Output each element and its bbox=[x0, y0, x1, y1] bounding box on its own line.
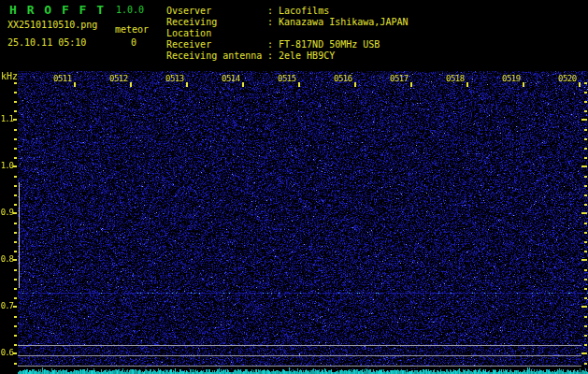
y-minor-tick-right bbox=[584, 204, 587, 206]
y-major-tick-right bbox=[581, 165, 587, 167]
info-value: Lacofilms bbox=[279, 6, 329, 17]
app-title: H R O F F T bbox=[9, 3, 106, 17]
y-major-tick-right bbox=[581, 306, 587, 308]
observer-info-row: Ovserver:Lacofilms bbox=[166, 6, 408, 17]
y-minor-tick-right bbox=[584, 269, 587, 271]
info-value: FT-817ND 50MHz USB bbox=[279, 39, 380, 50]
y-minor-tick-left bbox=[14, 82, 17, 84]
y-minor-tick-right bbox=[584, 110, 587, 112]
y-minor-tick-right bbox=[584, 176, 587, 178]
observer-info-row: Receiver:FT-817ND 50MHz USB bbox=[166, 39, 408, 50]
y-minor-tick-left bbox=[14, 157, 17, 159]
y-minor-tick-right bbox=[584, 344, 587, 346]
y-major-tick-left bbox=[13, 259, 17, 261]
y-minor-tick-left bbox=[14, 110, 17, 112]
observer-info-table: Ovserver:LacofilmsReceiving Location:Kan… bbox=[166, 6, 408, 62]
x-tick-label: 0520 bbox=[558, 74, 577, 83]
observer-info-row: Receiving antenna:2ele HB9CY bbox=[166, 50, 408, 62]
y-minor-tick-right bbox=[584, 101, 587, 103]
y-minor-tick-right bbox=[584, 363, 587, 365]
app-version: 1.0.0 bbox=[116, 5, 144, 15]
hrofft-window: H R O F F T 1.0.0 XX2510110510.png meteo… bbox=[0, 0, 588, 374]
y-minor-tick-right bbox=[584, 157, 587, 159]
y-minor-tick-right bbox=[584, 82, 587, 84]
y-tick-label: 1.1 bbox=[0, 115, 13, 123]
y-minor-tick-left bbox=[14, 129, 17, 131]
y-minor-tick-left bbox=[14, 279, 17, 280]
x-tick bbox=[130, 82, 132, 87]
y-minor-tick-right bbox=[584, 279, 587, 280]
x-tick-label: 0514 bbox=[222, 74, 240, 83]
y-minor-tick-right bbox=[584, 251, 587, 252]
x-tick-label: 0512 bbox=[109, 74, 128, 83]
info-colon: : bbox=[267, 17, 279, 39]
y-minor-tick-left bbox=[14, 101, 17, 103]
y-minor-tick-left bbox=[14, 185, 17, 187]
frequency-unit-label: kHz bbox=[1, 72, 18, 81]
info-colon: : bbox=[267, 39, 279, 50]
info-value: Kanazawa Ishikawa,JAPAN bbox=[279, 17, 408, 39]
x-tick bbox=[523, 82, 524, 87]
y-tick-label: 0.9 bbox=[0, 209, 13, 217]
x-tick-label: 0511 bbox=[53, 74, 72, 83]
y-minor-tick-right bbox=[584, 129, 587, 131]
y-major-tick-left bbox=[13, 212, 17, 214]
y-minor-tick-left bbox=[14, 223, 17, 224]
y-minor-tick-right bbox=[584, 223, 587, 224]
x-tick bbox=[579, 82, 581, 87]
y-minor-tick-right bbox=[584, 288, 587, 290]
y-tick-label: 1.0 bbox=[0, 162, 13, 170]
y-minor-tick-left bbox=[14, 92, 17, 94]
echo-count: 0 bbox=[131, 37, 136, 48]
y-minor-tick-left bbox=[14, 194, 17, 196]
x-tick-label: 0519 bbox=[502, 74, 521, 83]
x-tick bbox=[298, 82, 300, 87]
info-colon: : bbox=[267, 50, 279, 62]
info-value: 2ele HB9CY bbox=[279, 50, 335, 62]
x-tick bbox=[410, 82, 412, 87]
y-major-tick-right bbox=[581, 352, 587, 354]
y-minor-tick-left bbox=[14, 344, 17, 346]
y-minor-tick-left bbox=[14, 288, 17, 290]
x-tick bbox=[354, 82, 356, 87]
y-minor-tick-right bbox=[584, 194, 587, 196]
y-minor-tick-right bbox=[584, 297, 587, 299]
y-minor-tick-right bbox=[584, 325, 587, 327]
y-minor-tick-right bbox=[584, 92, 587, 94]
x-tick-label: 0515 bbox=[278, 74, 296, 83]
y-tick-label: 0.7 bbox=[0, 302, 13, 310]
y-minor-tick-left bbox=[14, 232, 17, 234]
info-label: Receiver bbox=[166, 39, 267, 50]
x-tick-label: 0518 bbox=[446, 74, 465, 83]
y-minor-tick-right bbox=[584, 335, 587, 337]
y-major-tick-left bbox=[13, 306, 17, 308]
x-tick-label: 0513 bbox=[165, 74, 184, 83]
x-tick-label: 0516 bbox=[334, 74, 352, 83]
y-minor-tick-left bbox=[14, 335, 17, 337]
y-major-tick-left bbox=[13, 165, 17, 167]
y-major-tick-left bbox=[13, 119, 17, 121]
mode-label: meteor bbox=[115, 24, 149, 35]
output-filename: XX2510110510.png bbox=[7, 20, 97, 30]
y-major-tick-right bbox=[581, 119, 587, 121]
y-minor-tick-right bbox=[584, 316, 587, 318]
y-minor-tick-right bbox=[584, 241, 587, 243]
spectrogram-canvas bbox=[18, 71, 588, 374]
x-tick-label: 0517 bbox=[390, 74, 409, 83]
y-minor-tick-left bbox=[14, 138, 17, 140]
y-minor-tick-right bbox=[584, 148, 587, 150]
y-minor-tick-right bbox=[584, 232, 587, 234]
x-tick bbox=[242, 82, 244, 87]
y-minor-tick-left bbox=[14, 325, 17, 327]
y-tick-label: 0.8 bbox=[0, 255, 13, 264]
y-minor-tick-left bbox=[14, 176, 17, 178]
info-colon: : bbox=[267, 6, 279, 17]
y-minor-tick-left bbox=[14, 251, 17, 252]
y-minor-tick-right bbox=[584, 138, 587, 140]
y-minor-tick-left bbox=[14, 148, 17, 150]
y-minor-tick-left bbox=[14, 269, 17, 271]
x-tick bbox=[74, 82, 76, 87]
y-minor-tick-left bbox=[14, 204, 17, 206]
info-label: Receiving antenna bbox=[166, 50, 267, 62]
y-minor-tick-left bbox=[14, 316, 17, 318]
